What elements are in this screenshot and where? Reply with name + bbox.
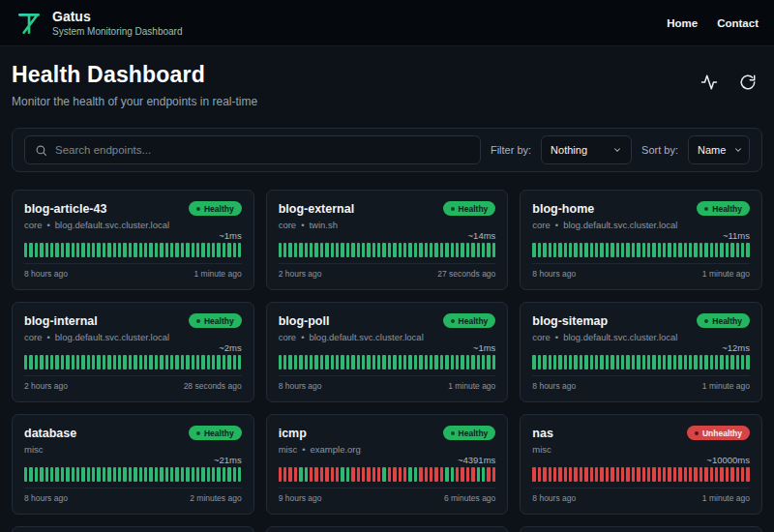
uptime-bar[interactable]	[606, 243, 609, 257]
uptime-bar[interactable]	[414, 243, 417, 257]
uptime-bar[interactable]	[726, 355, 729, 369]
uptime-bar[interactable]	[362, 243, 365, 257]
uptime-bar[interactable]	[223, 243, 225, 257]
uptime-bar[interactable]	[81, 355, 84, 369]
nav-link-contact[interactable]: Contact	[717, 17, 759, 29]
uptime-bar[interactable]	[29, 243, 32, 257]
uptime-bar[interactable]	[223, 467, 225, 482]
uptime-bar[interactable]	[532, 467, 535, 482]
uptime-bar[interactable]	[238, 243, 241, 257]
uptime-bar[interactable]	[170, 355, 173, 369]
uptime-bar[interactable]	[165, 355, 168, 369]
uptime-bar[interactable]	[113, 467, 116, 482]
uptime-bar[interactable]	[658, 355, 661, 369]
uptime-bar[interactable]	[118, 467, 121, 482]
uptime-bar[interactable]	[399, 355, 402, 369]
uptime-bar[interactable]	[574, 355, 577, 369]
uptime-bar[interactable]	[87, 467, 90, 482]
uptime-bar[interactable]	[720, 355, 723, 369]
uptime-bar[interactable]	[600, 355, 603, 369]
uptime-bar[interactable]	[553, 355, 556, 369]
uptime-bar[interactable]	[201, 467, 204, 482]
uptime-bar[interactable]	[482, 467, 485, 482]
uptime-bar[interactable]	[320, 243, 323, 257]
uptime-bar[interactable]	[144, 243, 147, 257]
uptime-bar[interactable]	[710, 243, 713, 257]
uptime-bar[interactable]	[741, 355, 744, 369]
uptime-bar[interactable]	[113, 243, 116, 257]
uptime-bar[interactable]	[726, 243, 729, 257]
uptime-bar[interactable]	[419, 355, 422, 369]
uptime-bar[interactable]	[299, 467, 302, 482]
uptime-bar[interactable]	[558, 243, 561, 257]
uptime-bar[interactable]	[616, 467, 619, 482]
uptime-bar[interactable]	[97, 355, 100, 369]
uptime-bar[interactable]	[87, 243, 90, 257]
uptime-bar[interactable]	[549, 467, 551, 482]
uptime-bar[interactable]	[181, 467, 184, 482]
uptime-bar[interactable]	[393, 355, 396, 369]
uptime-bar[interactable]	[626, 355, 629, 369]
uptime-bar[interactable]	[430, 467, 432, 482]
uptime-bar[interactable]	[283, 243, 286, 257]
uptime-bar[interactable]	[600, 467, 603, 482]
uptime-bar[interactable]	[129, 355, 132, 369]
uptime-bar[interactable]	[543, 243, 546, 257]
uptime-bar[interactable]	[55, 467, 58, 482]
uptime-bar[interactable]	[652, 467, 655, 482]
uptime-bar[interactable]	[181, 355, 184, 369]
uptime-bar[interactable]	[336, 243, 339, 257]
uptime-bar[interactable]	[346, 243, 349, 257]
uptime-bar[interactable]	[610, 243, 613, 257]
uptime-bar[interactable]	[466, 467, 469, 482]
uptime-bar[interactable]	[123, 243, 126, 257]
uptime-bar[interactable]	[45, 467, 48, 482]
uptime-bar[interactable]	[61, 243, 64, 257]
uptime-bar[interactable]	[689, 243, 692, 257]
uptime-bar[interactable]	[92, 243, 95, 257]
uptime-bar[interactable]	[445, 355, 448, 369]
uptime-bar[interactable]	[144, 355, 147, 369]
uptime-bar[interactable]	[66, 243, 69, 257]
uptime-bar[interactable]	[72, 355, 74, 369]
uptime-bar[interactable]	[700, 243, 702, 257]
uptime-bar[interactable]	[186, 467, 189, 482]
endpoint-card[interactable]: blog-sitemap Healthy core • blog.default…	[520, 302, 762, 402]
uptime-bar[interactable]	[149, 355, 152, 369]
uptime-bar[interactable]	[50, 243, 53, 257]
uptime-bar[interactable]	[678, 243, 681, 257]
uptime-bar[interactable]	[362, 467, 365, 482]
endpoint-card[interactable]: nas Unhealthy misc • ~10000ms 8 hours ag…	[520, 414, 762, 515]
uptime-bar[interactable]	[440, 355, 443, 369]
uptime-bar[interactable]	[107, 355, 110, 369]
uptime-bar[interactable]	[610, 467, 613, 482]
uptime-bar[interactable]	[700, 467, 702, 482]
uptime-bar[interactable]	[678, 355, 681, 369]
uptime-bar[interactable]	[451, 355, 454, 369]
uptime-bar[interactable]	[580, 355, 582, 369]
uptime-bar[interactable]	[123, 467, 126, 482]
uptime-bar[interactable]	[170, 467, 173, 482]
uptime-bar[interactable]	[35, 243, 38, 257]
uptime-bar[interactable]	[40, 243, 43, 257]
uptime-bar[interactable]	[684, 243, 687, 257]
uptime-bar[interactable]	[477, 467, 480, 482]
uptime-bar[interactable]	[704, 467, 707, 482]
uptime-bar[interactable]	[538, 243, 541, 257]
uptime-bar[interactable]	[155, 243, 158, 257]
uptime-bar[interactable]	[730, 467, 733, 482]
nav-link-home[interactable]: Home	[667, 17, 698, 29]
uptime-bar[interactable]	[55, 243, 58, 257]
uptime-bar[interactable]	[564, 243, 567, 257]
uptime-bar[interactable]	[694, 355, 697, 369]
uptime-bar[interactable]	[694, 243, 697, 257]
uptime-bar[interactable]	[279, 355, 282, 369]
uptime-bar[interactable]	[97, 467, 100, 482]
uptime-bar[interactable]	[314, 467, 317, 482]
uptime-bar[interactable]	[217, 243, 220, 257]
uptime-bar[interactable]	[346, 467, 349, 482]
uptime-bar[interactable]	[382, 355, 385, 369]
uptime-bar[interactable]	[710, 355, 713, 369]
uptime-bar[interactable]	[288, 355, 291, 369]
uptime-bar[interactable]	[736, 355, 739, 369]
